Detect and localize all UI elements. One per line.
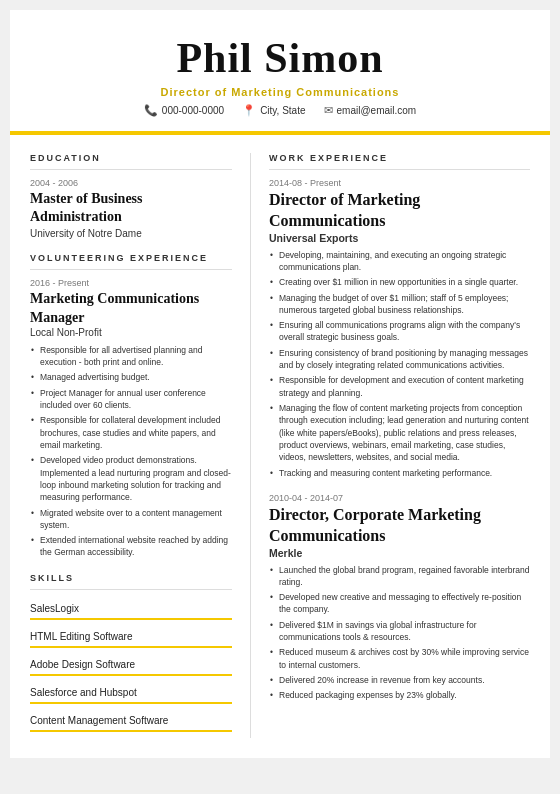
volunteering-org: Local Non-Profit [30, 327, 232, 338]
list-item: Responsible for collateral development i… [30, 414, 232, 451]
volunteering-section: VOLUNTEERING EXPERIENCE 2016 - Present M… [30, 253, 232, 558]
work-entry-1: 2014-08 - Present Director of Marketing … [269, 178, 530, 479]
list-item: Managed advertising budget. [30, 371, 232, 383]
resume-container: Phil Simon Director of Marketing Communi… [10, 10, 550, 758]
body-container: EDUCATION 2004 - 2006 Master of Business… [10, 135, 550, 758]
volunteering-section-title: VOLUNTEERING EXPERIENCE [30, 253, 232, 263]
skill-item: SalesLogix [30, 598, 232, 620]
skills-section-title: SKILLS [30, 573, 232, 583]
work-bullets-2: Launched the global brand program, regai… [269, 564, 530, 702]
list-item: Responsible for all advertised planning … [30, 344, 232, 369]
list-item: Managing the flow of content marketing p… [269, 402, 530, 464]
work-title-2: Director, Corporate Marketing Communicat… [269, 505, 530, 547]
work-years-2: 2010-04 - 2014-07 [269, 493, 530, 503]
list-item: Managing the budget of over $1 million; … [269, 292, 530, 317]
list-item: Migrated website over to a content manag… [30, 507, 232, 532]
skills-section: SKILLS SalesLogix HTML Editing Software … [30, 573, 232, 732]
list-item: Project Manager for annual user conferen… [30, 387, 232, 412]
skill-item: Content Management Software [30, 710, 232, 732]
list-item: Developed new creative and messaging to … [269, 591, 530, 616]
volunteering-title: Marketing Communications Manager [30, 290, 232, 326]
email-icon: ✉ [324, 104, 333, 117]
phone-icon: 📞 [144, 104, 158, 117]
list-item: Launched the global brand program, regai… [269, 564, 530, 589]
work-years-1: 2014-08 - Present [269, 178, 530, 188]
work-bullets-1: Developing, maintaining, and executing a… [269, 249, 530, 479]
phone-contact: 📞 000-000-0000 [144, 104, 224, 117]
work-section-title: WORK EXPERIENCE [269, 153, 530, 163]
skills-divider [30, 589, 232, 590]
name-heading: Phil Simon [40, 34, 520, 82]
list-item: Ensuring consistency of brand positionin… [269, 347, 530, 372]
list-item: Creating over $1 million in new opportun… [269, 276, 530, 288]
volunteering-divider [30, 269, 232, 270]
list-item: Responsible for development and executio… [269, 374, 530, 399]
work-company-1: Universal Exports [269, 232, 530, 244]
contact-bar: 📞 000-000-0000 📍 City, State ✉ email@ema… [40, 104, 520, 131]
location-text: City, State [260, 105, 305, 116]
volunteering-years: 2016 - Present [30, 278, 232, 288]
list-item: Developed video product demonstrations. … [30, 454, 232, 503]
list-item: Extended international website reached b… [30, 534, 232, 559]
email-text: email@email.com [337, 105, 417, 116]
work-company-2: Merkle [269, 547, 530, 559]
education-school: University of Notre Dame [30, 228, 232, 239]
volunteering-bullets: Responsible for all advertised planning … [30, 344, 232, 559]
list-item: Delivered $1M in savings via global infr… [269, 619, 530, 644]
list-item: Reduced museum & archives cost by 30% wh… [269, 646, 530, 671]
work-entry-2: 2010-04 - 2014-07 Director, Corporate Ma… [269, 493, 530, 702]
skill-item: Salesforce and Hubspot [30, 682, 232, 704]
phone-number: 000-000-0000 [162, 105, 224, 116]
right-column: WORK EXPERIENCE 2014-08 - Present Direct… [250, 153, 530, 738]
list-item: Developing, maintaining, and executing a… [269, 249, 530, 274]
skill-item: HTML Editing Software [30, 626, 232, 648]
education-section: EDUCATION 2004 - 2006 Master of Business… [30, 153, 232, 239]
header-title: Director of Marketing Communications [40, 86, 520, 98]
list-item: Tracking and measuring content marketing… [269, 467, 530, 479]
header-section: Phil Simon Director of Marketing Communi… [10, 10, 550, 131]
location-icon: 📍 [242, 104, 256, 117]
location-contact: 📍 City, State [242, 104, 305, 117]
work-divider [269, 169, 530, 170]
education-years: 2004 - 2006 [30, 178, 232, 188]
work-title-1: Director of Marketing Communications [269, 190, 530, 232]
list-item: Delivered 20% increase in revenue from k… [269, 674, 530, 686]
list-item: Ensuring all communications programs ali… [269, 319, 530, 344]
email-contact: ✉ email@email.com [324, 104, 417, 117]
education-section-title: EDUCATION [30, 153, 232, 163]
education-divider [30, 169, 232, 170]
list-item: Reduced packaging expenses by 23% global… [269, 689, 530, 701]
education-degree: Master of Business Administration [30, 190, 232, 226]
left-column: EDUCATION 2004 - 2006 Master of Business… [30, 153, 250, 738]
skill-item: Adobe Design Software [30, 654, 232, 676]
